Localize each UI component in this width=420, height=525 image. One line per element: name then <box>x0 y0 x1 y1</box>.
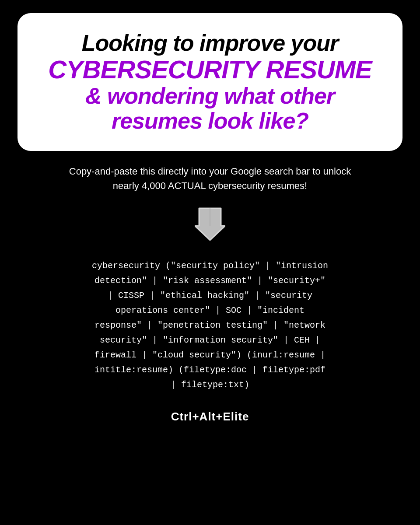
hero-line4: resumes look like? <box>39 108 381 133</box>
hero-line3: & wondering what other <box>39 84 381 108</box>
down-arrow-icon <box>195 206 225 241</box>
hero-line1: Looking to improve your <box>39 31 381 56</box>
brand-footer: Ctrl+Alt+Elite <box>171 410 249 424</box>
hero-line2: CYBERSECURITY RESUME <box>39 56 381 84</box>
arrow-container <box>195 206 225 241</box>
code-block[interactable]: cybersecurity ("security policy" | "intr… <box>18 254 402 397</box>
subtitle-text: Copy-and-paste this directly into your G… <box>57 164 363 193</box>
page-container: Looking to improve your CYBERSECURITY RE… <box>0 0 420 525</box>
hero-card: Looking to improve your CYBERSECURITY RE… <box>18 13 402 151</box>
